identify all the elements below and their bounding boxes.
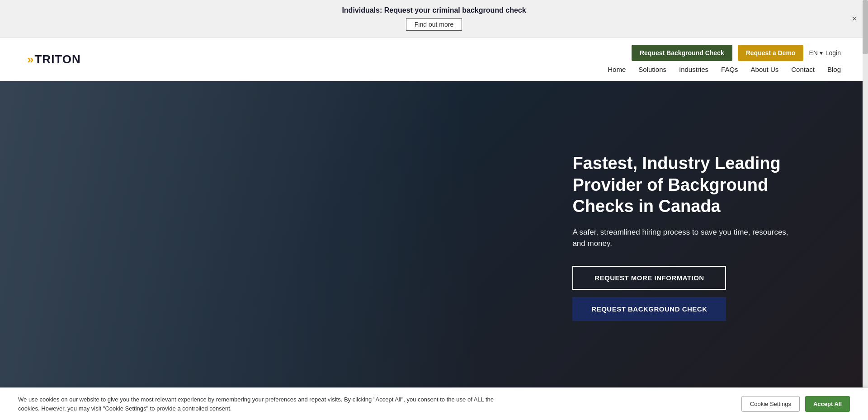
header-request-background-check-button[interactable]: Request Background Check — [632, 45, 732, 61]
logo-arrows-icon: » — [27, 52, 33, 66]
logo-text: TRITON — [34, 52, 80, 66]
cookie-banner: We use cookies on our website to give yo… — [0, 387, 868, 393]
hero-subtitle: A safer, streamlined hiring process to s… — [572, 227, 798, 250]
hero-title: Fastest, Industry Leading Provider of Ba… — [572, 153, 798, 217]
hero-content: Fastest, Industry Leading Provider of Ba… — [572, 153, 798, 321]
top-banner: Individuals: Request your criminal backg… — [0, 0, 868, 38]
nav-item-about-us[interactable]: About Us — [751, 66, 779, 74]
site-header: » TRITON Request Background Check Reques… — [0, 38, 868, 81]
lang-login-area: EN ▾ Login — [809, 49, 841, 57]
banner-cta-button[interactable]: Find out more — [406, 18, 462, 31]
scrollbar-track[interactable] — [863, 0, 868, 393]
nav-item-blog[interactable]: Blog — [827, 66, 841, 74]
nav-menu: Home Solutions Industries FAQs About Us … — [608, 66, 841, 74]
header-right: Request Background Check Request a Demo … — [608, 45, 841, 74]
hero-request-background-check-button[interactable]: REQUEST BACKGROUND CHECK — [572, 297, 726, 321]
nav-item-contact[interactable]: Contact — [791, 66, 815, 74]
logo-link[interactable]: » TRITON — [27, 52, 81, 66]
nav-item-home[interactable]: Home — [608, 66, 626, 74]
main-nav: Home Solutions Industries FAQs About Us … — [608, 66, 841, 74]
header-request-demo-button[interactable]: Request a Demo — [738, 45, 804, 61]
hero-request-more-info-button[interactable]: REQUEST MORE INFORMATION — [572, 266, 726, 290]
nav-item-faqs[interactable]: FAQs — [721, 66, 738, 74]
login-link[interactable]: Login — [826, 49, 841, 57]
language-selector[interactable]: EN ▾ — [809, 49, 822, 57]
nav-item-industries[interactable]: Industries — [679, 66, 708, 74]
hero-section: Fastest, Industry Leading Provider of Ba… — [0, 81, 868, 393]
scrollbar-thumb[interactable] — [863, 0, 868, 54]
banner-text: Individuals: Request your criminal backg… — [9, 6, 859, 14]
banner-close-button[interactable]: × — [852, 14, 857, 23]
header-top-row: Request Background Check Request a Demo … — [632, 45, 841, 61]
nav-item-solutions[interactable]: Solutions — [638, 66, 666, 74]
